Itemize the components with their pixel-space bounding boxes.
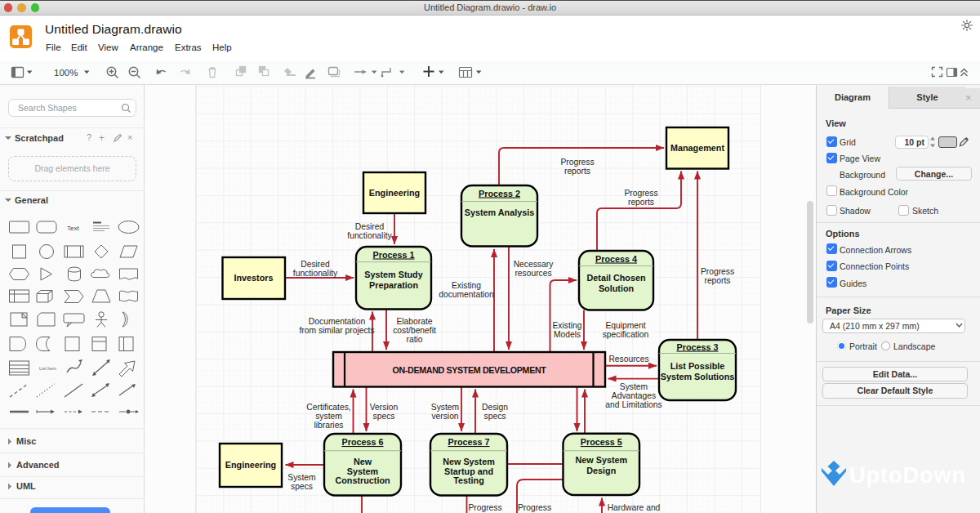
svg-text:functionality: functionality (293, 269, 338, 278)
svg-text:Desired: Desired (301, 260, 330, 269)
svg-text:Design: Design (482, 403, 508, 412)
svg-text:Process 6: Process 6 (341, 437, 383, 447)
svg-text:Models: Models (554, 330, 581, 339)
svg-text:Testing: Testing (453, 475, 484, 485)
svg-text:resources: resources (514, 269, 551, 278)
svg-text:Progress: Progress (624, 189, 657, 198)
svg-text:Investors: Investors (234, 273, 273, 283)
svg-text:Documentation: Documentation (309, 317, 366, 326)
svg-text:Design: Design (586, 466, 616, 475)
svg-text:Existing: Existing (452, 281, 481, 290)
svg-text:System Analysis: System Analysis (465, 207, 534, 217)
svg-text:Process 2: Process 2 (479, 189, 520, 199)
svg-text:Detail Chosen: Detail Chosen (587, 273, 646, 283)
svg-text:List Item: List Item (39, 366, 56, 371)
svg-text:Text: Text (67, 225, 79, 232)
svg-text:Progress: Progress (560, 158, 594, 167)
svg-text:Certificates,: Certificates, (306, 403, 350, 412)
svg-text:New: New (354, 457, 372, 466)
svg-text:reports: reports (628, 198, 654, 207)
svg-text:ON-DEMAND SYSTEM DEVELOPMENT: ON-DEMAND SYSTEM DEVELOPMENT (393, 365, 547, 375)
svg-text:specs: specs (373, 412, 395, 421)
svg-text:Progress: Progress (701, 267, 734, 276)
svg-text:documentation: documentation (439, 290, 494, 299)
svg-text:Desired: Desired (355, 222, 385, 231)
svg-text:List Possible: List Possible (670, 361, 725, 371)
svg-text:System: System (620, 382, 648, 391)
svg-text:reports: reports (704, 276, 730, 285)
svg-text:Preparation: Preparation (369, 280, 418, 290)
svg-text:Hardware and: Hardware and (608, 503, 661, 512)
svg-text:System: System (431, 403, 459, 412)
svg-text:and Limitations: and Limitations (605, 400, 662, 409)
svg-text:functionality: functionality (347, 231, 392, 240)
svg-text:version: version (431, 412, 458, 421)
svg-text:System Solutions: System Solutions (661, 372, 735, 381)
svg-text:Version: Version (370, 403, 399, 412)
svg-text:specs: specs (291, 482, 313, 491)
svg-text:from similar projects: from similar projects (299, 326, 374, 335)
svg-text:reports: reports (564, 167, 590, 176)
svg-text:System: System (287, 473, 315, 482)
svg-text:Elaborate: Elaborate (396, 317, 432, 326)
svg-text:Process 3: Process 3 (676, 342, 718, 352)
svg-text:Startup and: Startup and (444, 466, 493, 476)
svg-text:Management: Management (670, 143, 724, 153)
svg-text:Advantages: Advantages (612, 391, 656, 400)
svg-text:Progress: Progress (468, 503, 501, 512)
svg-text:Process 4: Process 4 (595, 254, 637, 264)
svg-text:Engineering: Engineering (369, 188, 420, 198)
svg-text:100%: 100% (54, 68, 78, 78)
svg-text:UptoDown: UptoDown (849, 463, 966, 488)
svg-text:Process 5: Process 5 (581, 437, 622, 447)
svg-text:System Study: System Study (364, 270, 422, 279)
svg-text:Construction: Construction (335, 475, 390, 485)
svg-text:Solution: Solution (599, 283, 634, 293)
svg-text:Progress: Progress (518, 503, 551, 512)
svg-text:Process 1: Process 1 (372, 250, 414, 260)
svg-text:New System: New System (575, 455, 627, 465)
svg-text:Resources: Resources (608, 355, 648, 364)
svg-text:cost/benefit: cost/benefit (393, 326, 436, 335)
svg-text:Process 7: Process 7 (448, 437, 489, 447)
svg-text:ratio: ratio (406, 335, 422, 344)
svg-text:system: system (315, 412, 342, 421)
svg-text:System: System (347, 466, 378, 476)
svg-text:New System: New System (443, 457, 495, 466)
svg-text:Engineering: Engineering (225, 460, 276, 470)
svg-text:libraries: libraries (314, 421, 343, 430)
svg-text:Existing: Existing (552, 321, 581, 330)
svg-text:Necessary: Necessary (514, 260, 554, 269)
svg-text:specs: specs (484, 412, 506, 421)
svg-text:Equipment: Equipment (605, 321, 645, 330)
svg-text:specification: specification (603, 330, 649, 339)
